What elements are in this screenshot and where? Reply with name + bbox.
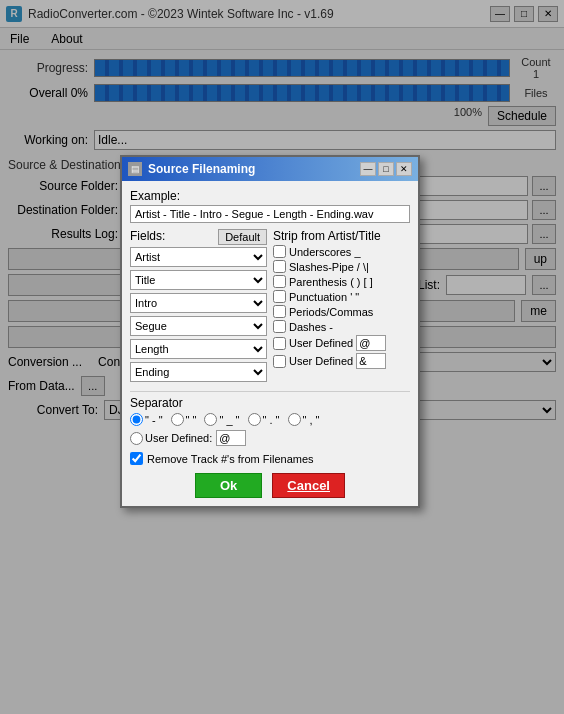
fields-col: Fields: Default Artist Title Intro Segue… [130,229,267,385]
strip-punctuation: Punctuation ' " [273,290,410,303]
sep-user[interactable]: User Defined: [130,432,212,445]
sep-user-input[interactable] [216,430,246,446]
modal-overlay: ▤ Source Filenaming — □ ✕ Example: Artis… [0,0,564,714]
strip-underscores-label: Underscores _ [289,246,361,258]
sep-space[interactable]: " " [171,413,197,426]
sep-space-radio[interactable] [171,413,184,426]
dialog-minimize[interactable]: — [360,162,376,176]
field-segue[interactable]: Segue [130,316,267,336]
separator-label: Separator [130,396,410,410]
sep-comma-radio[interactable] [288,413,301,426]
user-defined-label: User Defined: [145,432,212,444]
strip-user2-label: User Defined [289,355,353,367]
fields-label: Fields: [130,229,165,243]
strip-slashes-checkbox[interactable] [273,260,286,273]
sep-dot[interactable]: " . " [248,413,280,426]
strip-user1-input[interactable] [356,335,386,351]
sep-dash-radio[interactable] [130,413,143,426]
strip-user1-label: User Defined [289,337,353,349]
dialog-body: Example: Artist - Title - Intro - Segue … [122,181,418,506]
field-artist[interactable]: Artist [130,247,267,267]
sep-under[interactable]: " _ " [204,413,239,426]
sep-comma[interactable]: " , " [288,413,320,426]
strip-dashes-label: Dashes - [289,321,333,333]
cancel-button[interactable]: Cancel [272,473,345,498]
field-ending[interactable]: Ending [130,362,267,382]
source-filenaming-dialog: ▤ Source Filenaming — □ ✕ Example: Artis… [120,155,420,508]
dialog-close[interactable]: ✕ [396,162,412,176]
strip-parenthesis-label: Parenthesis ( ) [ ] [289,276,373,288]
field-length[interactable]: Length [130,339,267,359]
strip-slashes-label: Slashes-Pipe / \| [289,261,369,273]
strip-punctuation-checkbox[interactable] [273,290,286,303]
sep-user-radio[interactable] [130,432,143,445]
dialog-maximize[interactable]: □ [378,162,394,176]
sep-under-radio[interactable] [204,413,217,426]
example-value: Artist - Title - Intro - Segue - Length … [130,205,410,223]
strip-parenthesis: Parenthesis ( ) [ ] [273,275,410,288]
sep-dash[interactable]: " - " [130,413,163,426]
strip-punctuation-label: Punctuation ' " [289,291,359,303]
separator-section: Separator " - " " " " _ " " . " [130,391,410,446]
remove-track-checkbox[interactable] [130,452,143,465]
strip-user1-checkbox[interactable] [273,337,286,350]
field-intro[interactable]: Intro [130,293,267,313]
strip-slashes: Slashes-Pipe / \| [273,260,410,273]
strip-user2-checkbox[interactable] [273,355,286,368]
strip-parenthesis-checkbox[interactable] [273,275,286,288]
dialog-icon: ▤ [128,162,142,176]
strip-periods-checkbox[interactable] [273,305,286,318]
dialog-title-bar: ▤ Source Filenaming — □ ✕ [122,157,418,181]
strip-user2: User Defined [273,353,410,369]
default-button[interactable]: Default [218,229,267,245]
example-label: Example: [130,189,410,203]
strip-user1: User Defined [273,335,410,351]
sep-dot-radio[interactable] [248,413,261,426]
strip-underscores: Underscores _ [273,245,410,258]
strip-user2-input[interactable] [356,353,386,369]
strip-periods-label: Periods/Commas [289,306,373,318]
fields-strip: Fields: Default Artist Title Intro Segue… [130,229,410,385]
strip-dashes: Dashes - [273,320,410,333]
strip-dashes-checkbox[interactable] [273,320,286,333]
user-defined-row: User Defined: [130,430,410,446]
strip-label: Strip from Artist/Title [273,229,410,243]
strip-underscores-checkbox[interactable] [273,245,286,258]
dialog-footer: Ok Cancel [130,473,410,498]
strip-col: Strip from Artist/Title Underscores _ Sl… [273,229,410,385]
remove-track-row: Remove Track #'s from Filenames [130,452,410,465]
remove-track-label: Remove Track #'s from Filenames [147,453,314,465]
ok-button[interactable]: Ok [195,473,262,498]
separator-options: " - " " " " _ " " . " " , " [130,413,410,426]
strip-periods: Periods/Commas [273,305,410,318]
field-title[interactable]: Title [130,270,267,290]
dialog-title: Source Filenaming [148,162,255,176]
